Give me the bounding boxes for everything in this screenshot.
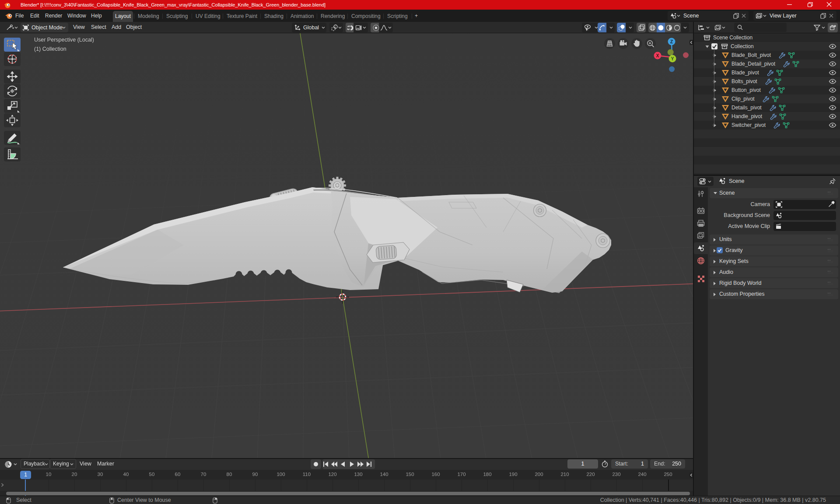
svg-text:Y: Y (671, 56, 674, 61)
svg-text:Z: Z (670, 39, 673, 44)
svg-text:X: X (656, 53, 659, 58)
